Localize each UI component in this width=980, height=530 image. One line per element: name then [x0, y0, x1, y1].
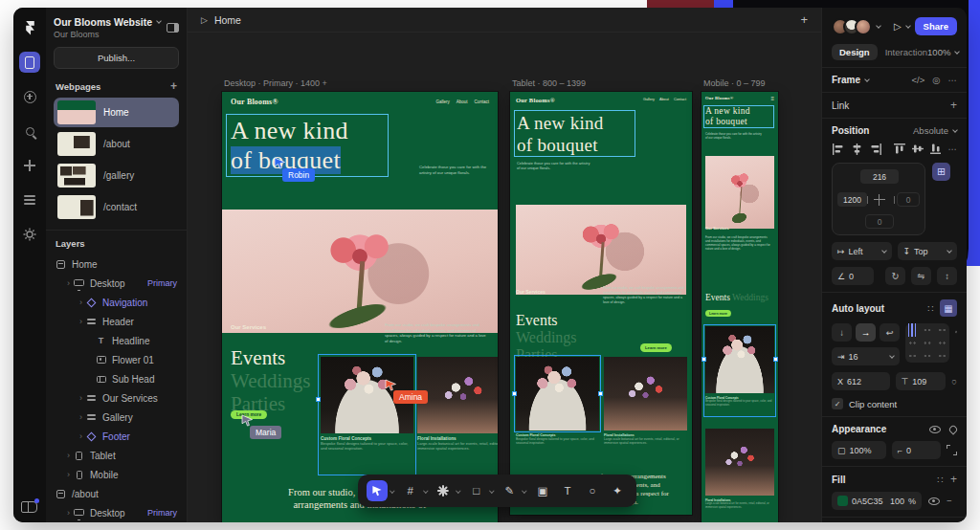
rotate-button[interactable]: ↻ [885, 267, 905, 285]
site-logo[interactable]: Our Blooms® [231, 98, 278, 106]
align-middle-v-icon[interactable] [912, 143, 924, 155]
learn-more-button[interactable]: Learn more [705, 310, 731, 317]
card-image[interactable] [705, 429, 774, 496]
publish-button[interactable]: Publish... [54, 47, 179, 69]
nav-link[interactable]: Gallery [643, 98, 655, 101]
chevron-down-icon[interactable] [955, 49, 961, 55]
card-image[interactable] [604, 357, 687, 431]
clip-content-checkbox[interactable]: ✓ [832, 398, 843, 409]
distribute-cell[interactable] [920, 349, 934, 363]
card-floral-installations[interactable]: Floral Installations Large-scale botanic… [604, 357, 687, 446]
chevron-down-icon[interactable] [905, 23, 911, 29]
direction-down-button[interactable]: ↓ [832, 323, 852, 342]
chevron-down-icon[interactable] [456, 488, 460, 493]
sliders-icon[interactable] [955, 325, 957, 339]
services-label[interactable]: Our Services [231, 324, 266, 330]
align-right-icon[interactable] [870, 144, 882, 155]
page-item-gallery[interactable]: /gallery [54, 161, 179, 190]
more-menu-icon[interactable]: ⋯ [948, 75, 958, 85]
direction-right-button[interactable]: → [856, 323, 876, 342]
selection-handle[interactable] [773, 357, 778, 362]
project-title[interactable]: Our Blooms Website [54, 16, 152, 28]
site-logo[interactable]: Our Blooms® [516, 97, 555, 103]
code-icon[interactable]: </> [911, 75, 924, 85]
element-type[interactable]: Frame [832, 75, 860, 85]
insert-tool[interactable] [433, 480, 454, 501]
grid-layout-icon[interactable]: ∷ [927, 303, 933, 314]
shape-tool[interactable]: ○ [582, 480, 603, 501]
learn-more-button[interactable]: Learn more [640, 343, 672, 352]
add-breakpoint-button[interactable]: + [800, 12, 808, 27]
text-tool[interactable]: T [557, 480, 578, 501]
opacity-input[interactable]: ▢100% [832, 441, 886, 459]
tab-interaction[interactable]: Interaction [885, 47, 927, 57]
frame-desktop[interactable]: Our Blooms® Gallery About Contact A new … [222, 92, 498, 522]
layout-tool[interactable]: # [400, 480, 421, 501]
nav-link[interactable]: About [659, 98, 669, 101]
align-bottom-icon[interactable] [930, 143, 942, 155]
flip-vertical-button[interactable]: ↕ [937, 267, 957, 285]
events-heading[interactable]: Events Weddings [705, 293, 768, 302]
layer-navigation[interactable]: Navigation [54, 293, 179, 312]
distribute-cell[interactable] [905, 337, 920, 350]
position-anchor-cross[interactable] [872, 192, 887, 208]
toggle-panel-icon[interactable] [167, 23, 179, 33]
page-play-icon[interactable]: ▷ [201, 15, 208, 25]
nav-link[interactable]: About [457, 99, 468, 104]
canvas[interactable]: ▷ Home + Desktop · Primary · 1400 + Tabl… [188, 8, 821, 522]
link-padding-icon[interactable]: ○ [951, 376, 957, 386]
card-selection-box[interactable] [703, 324, 776, 417]
pages-panel-button[interactable] [19, 52, 40, 73]
layer-desktop[interactable]: DesktopPrimary [54, 274, 179, 293]
search-button[interactable] [19, 121, 40, 142]
frame-mobile[interactable]: Our Blooms® ≡ A new kind of bouquet Cele… [702, 92, 778, 522]
frame-label-tablet[interactable]: Tablet · 800 – 1399 [512, 78, 586, 88]
blur-drop-icon[interactable] [947, 424, 958, 434]
preview-button[interactable]: ▷ [894, 21, 902, 32]
events-heading[interactable]: Events Weddings Parties [231, 346, 310, 415]
distribute-cell[interactable] [920, 337, 934, 350]
layer-gallery[interactable]: Gallery [54, 408, 179, 427]
site-nav[interactable]: Our Blooms® Gallery About Contact [222, 92, 498, 111]
position-right-input[interactable]: 0 [897, 192, 920, 207]
learn-icon[interactable] [21, 501, 37, 513]
eye-icon[interactable] [929, 426, 941, 433]
target-icon[interactable]: ◎ [932, 75, 940, 85]
more-align-icon[interactable]: ⋯ [948, 144, 958, 154]
page-item-home[interactable]: Home [54, 98, 179, 127]
flip-horizontal-button[interactable]: ⇋ [911, 267, 931, 285]
position-mode[interactable]: Absolute [913, 125, 948, 136]
cms-button[interactable] [19, 189, 40, 210]
page-item-contact[interactable]: /contact [54, 192, 179, 222]
h-constraint-select[interactable]: ↦Left [832, 242, 892, 260]
image-tool[interactable]: ▣ [532, 480, 553, 501]
padding-input[interactable]: ⊤109 [896, 372, 947, 390]
layer-about-desktop[interactable]: DesktopPrimary [54, 503, 179, 522]
hero-flower-image[interactable] [705, 156, 774, 229]
insert-button[interactable] [19, 86, 40, 107]
align-left-icon[interactable] [832, 144, 844, 155]
distribute-cell-active[interactable] [905, 323, 920, 337]
site-nav[interactable]: Our Blooms® Gallery About Contact [510, 92, 692, 107]
share-button[interactable]: Share [915, 17, 957, 35]
zoom-level[interactable]: 100% [927, 47, 950, 57]
headline-selection-box[interactable] [514, 110, 635, 157]
page-item-about[interactable]: /about [54, 129, 179, 159]
services-label[interactable]: Our Services [705, 226, 729, 231]
layer-flower01[interactable]: Flower 01 [54, 350, 179, 369]
stack-layout-toggle[interactable]: ▦ [940, 299, 957, 317]
effects-tool[interactable]: ✦ [607, 480, 628, 501]
chevron-down-icon[interactable] [523, 488, 527, 493]
distribute-cell[interactable] [935, 323, 949, 337]
hero-flower-image[interactable] [222, 210, 498, 333]
nav-link[interactable]: Contact [474, 99, 489, 104]
distribute-cell[interactable] [905, 349, 920, 363]
align-top-icon[interactable] [894, 143, 905, 155]
selection-handle[interactable] [512, 391, 517, 396]
frame-tablet[interactable]: Our Blooms® Gallery About Contact A new … [510, 92, 692, 515]
expand-icon[interactable] [947, 445, 957, 455]
headline-selection-box[interactable] [703, 105, 774, 128]
site-logo[interactable]: Our Blooms® [705, 96, 733, 100]
services-label[interactable]: Our Services [516, 289, 546, 295]
chevron-down-icon[interactable] [489, 488, 494, 493]
